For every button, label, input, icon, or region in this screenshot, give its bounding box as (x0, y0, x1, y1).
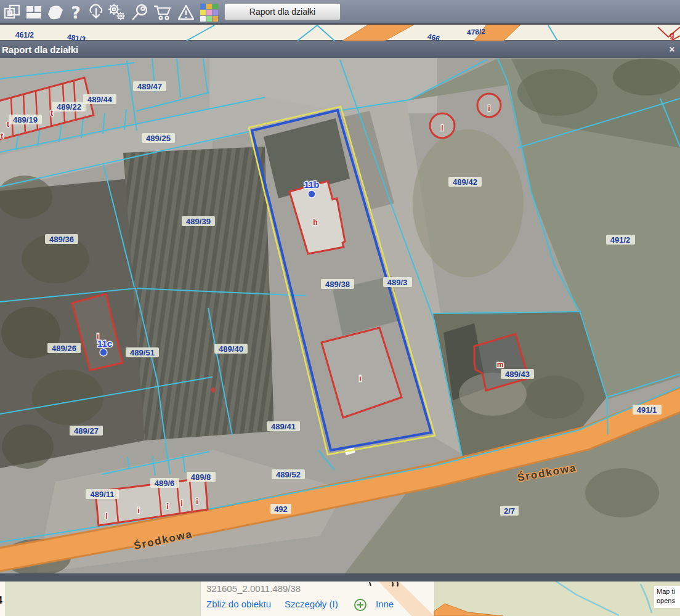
report-map[interactable]: 489/47 489/44 489/22 489/19 489/25 489/3… (0, 58, 680, 573)
panel-title: Raport dla działki (2, 44, 78, 55)
address-point-dot (308, 190, 315, 198)
address-point-dot (100, 349, 107, 356)
address-label: 11c (97, 338, 112, 349)
scale-digit: 4 (0, 595, 2, 606)
parcel-label: 489/51 (126, 347, 159, 357)
map-attribution: Map ti opens (654, 586, 680, 608)
parcel-label: 489/19 (9, 115, 42, 124)
building-letter: h (313, 218, 317, 227)
report-parcel-button[interactable]: Raport dla działki (224, 3, 341, 20)
svg-text:2/7: 2/7 (504, 506, 515, 516)
svg-text:489/40: 489/40 (219, 344, 243, 354)
svg-text:489/42: 489/42 (453, 177, 477, 187)
building-letter: i (441, 124, 443, 132)
search-area-icon[interactable] (130, 2, 151, 22)
svg-text:489/22: 489/22 (57, 102, 81, 111)
building-letter: i (180, 499, 182, 508)
parcel-label: 489/41 (267, 421, 300, 431)
strip-parcel-label: 481/3 (67, 33, 86, 41)
panel-bottom-bar (0, 573, 680, 582)
parcel-label: 489/6 (150, 478, 179, 488)
svg-text:489/44: 489/44 (87, 95, 113, 104)
geoportal-window: ? (0, 0, 680, 616)
parcel-label: 489/22 (52, 102, 86, 111)
details-link[interactable]: Szczegóły (I) (285, 599, 338, 609)
parcel-label: 489/43 (501, 369, 534, 379)
parcel-label: 489/8 (187, 472, 216, 482)
parcel-label: 489/39 (182, 216, 215, 226)
help-icon[interactable]: ? (65, 2, 86, 22)
parcel-label: 489/38 (321, 279, 354, 289)
address-label: 11b (304, 179, 319, 190)
svg-text:489/8: 489/8 (191, 472, 211, 482)
svg-text:489/52: 489/52 (276, 470, 301, 479)
parcel-label: 491/2 (606, 235, 635, 245)
svg-text:489/19: 489/19 (13, 115, 38, 124)
svg-text:491/2: 491/2 (610, 235, 631, 245)
parcel-label: 489/27 (70, 426, 103, 436)
parcel-label: 489/3 (383, 277, 412, 287)
feature-id: 321605_2.0011.489/38 (206, 583, 301, 594)
close-icon[interactable]: × (666, 44, 678, 55)
overview-map-strip[interactable]: 461/2 481/3 466 478/2 g (0, 25, 680, 41)
building-letter: t (7, 120, 9, 129)
building-letter: i (359, 375, 361, 383)
parcel-label: 489/11 (86, 489, 119, 499)
svg-text:489/41: 489/41 (271, 422, 296, 431)
overview-windows-icon[interactable] (2, 2, 23, 22)
svg-text:489/38: 489/38 (325, 280, 350, 289)
strip-parcel-label: 478/2 (467, 27, 486, 37)
strip-parcel-label: 461/2 (15, 31, 34, 39)
svg-text:489/3: 489/3 (387, 278, 408, 287)
cart-icon[interactable] (152, 2, 173, 22)
strip-parcel-label: 466 (427, 32, 441, 41)
parcel-label: 489/36 (45, 234, 78, 244)
footer-strip: 4 321605_2.0011.489/38 Zbliż do obiektu … (0, 582, 680, 616)
parcel-label: 492 (270, 504, 291, 514)
svg-text:489/27: 489/27 (74, 426, 99, 436)
svg-text:489/25: 489/25 (146, 134, 171, 143)
svg-text:489/11: 489/11 (90, 490, 114, 499)
parcel-label: 489/44 (83, 94, 116, 104)
strip-building-letter: g (670, 31, 674, 39)
building-letter: i (137, 506, 139, 515)
help-glyph: ? (71, 3, 81, 22)
svg-text:489/47: 489/47 (137, 82, 162, 91)
building-letter: i (166, 502, 168, 511)
other-link[interactable]: Inne (376, 599, 394, 609)
parcel-label: 489/47 (133, 81, 166, 91)
svg-text:489/36: 489/36 (49, 235, 74, 244)
building-letter: t (1, 132, 3, 140)
svg-text:489/26: 489/26 (52, 344, 76, 353)
attribution-line: Map ti (657, 587, 680, 596)
map-canvas: 489/47 489/44 489/22 489/19 489/25 489/3… (0, 58, 680, 573)
building-letter: t (51, 109, 53, 118)
svg-text:489/6: 489/6 (155, 479, 175, 488)
report-panel-header: Raport dla działki × (0, 41, 680, 58)
attribution-line: opens (657, 596, 680, 606)
layout-panels-icon[interactable] (23, 2, 44, 22)
polygon-select-icon[interactable] (45, 2, 66, 22)
svg-text:491/1: 491/1 (637, 405, 657, 415)
warning-icon[interactable] (176, 2, 196, 22)
footer-basemap (0, 582, 680, 616)
add-circle-icon[interactable] (354, 598, 367, 612)
settings-gears-icon[interactable] (106, 2, 127, 22)
parcel-label: 491/1 (633, 405, 662, 415)
svg-text:489/51: 489/51 (130, 348, 155, 357)
building-letter: m (497, 360, 504, 369)
building-letter: i (488, 104, 490, 113)
building-letter: i (105, 512, 107, 521)
parcel-label: 489/40 (214, 344, 248, 354)
svg-text:492: 492 (274, 505, 288, 514)
overview-strip-canvas: 461/2 481/3 466 478/2 g (0, 25, 680, 41)
svg-text:489/43: 489/43 (505, 370, 530, 379)
building-letter: i (196, 497, 198, 506)
parcel-label: 2/7 (500, 506, 519, 516)
main-toolbar: ? (0, 0, 680, 25)
zoom-to-object-link[interactable]: Zbliż do obiektu (206, 599, 271, 609)
download-cloud-icon[interactable] (86, 2, 107, 22)
parcel-label: 489/42 (448, 177, 482, 187)
legend-palette-icon[interactable] (198, 2, 219, 22)
parcel-label: 489/26 (47, 343, 81, 353)
